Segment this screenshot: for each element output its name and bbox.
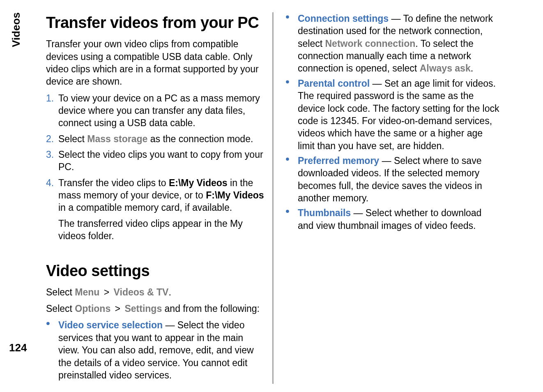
step-number: 1. [46,92,58,129]
bullet-text: Thumbnails — Select whether to download … [298,207,500,232]
bullet-text: Preferred memory — Select where to save … [298,154,500,204]
settings-bullets-right: • Connection settings — To define the ne… [285,12,500,232]
heading-video-settings: Video settings [46,261,265,281]
list-item: • Thumbnails — Select whether to downloa… [285,207,500,232]
bullet-text: Connection settings — To define the netw… [298,12,500,75]
setting-label-preferred-memory: Preferred memory [298,155,379,166]
list-item: • Connection settings — To define the ne… [285,12,500,75]
step-number: 3. [46,148,58,173]
step-text: To view your device on a PC as a mass me… [58,92,265,129]
step-text: Select Mass storage as the connection mo… [58,133,265,145]
list-item: • Parental control — Set an age limit fo… [285,77,500,152]
ui-label-menu: Menu [75,287,99,297]
bullet-icon: • [285,207,298,232]
step-item: 1. To view your device on a PC as a mass… [46,92,265,129]
page-number: 124 [9,341,27,354]
step-text: Transfer the video clips to E:\My Videos… [58,177,265,242]
step-item: 3. Select the video clips you want to co… [46,148,265,173]
nav-path-1: Select Menu > Videos & TV. [46,286,265,298]
bullet-icon: • [285,12,298,75]
transfer-steps: 1. To view your device on a PC as a mass… [46,92,265,242]
bullet-icon: • [46,319,58,381]
bullet-icon: • [285,154,298,204]
bullet-text: Parental control — Set an age limit for … [298,77,500,152]
step-item: 4. Transfer the video clips to E:\My Vid… [46,177,265,242]
path-f: F:\My Videos [206,190,264,201]
setting-label-thumbnails: Thumbnails [298,208,351,218]
ui-label-videos-tv: Videos & TV [114,287,169,297]
intro-paragraph: Transfer your own video clips from compa… [46,38,265,88]
bullet-icon: • [285,77,298,152]
ui-label-options: Options [75,303,110,314]
side-tab-label: Videos [10,12,23,47]
step-number: 2. [46,133,58,145]
step-item: 2. Select Mass storage as the connection… [46,133,265,145]
step-number: 4. [46,177,58,242]
nav-path-2: Select Options > Settings and from the f… [46,302,265,315]
settings-bullets-left: • Video service selection — Select the v… [46,319,265,381]
heading-transfer: Transfer videos from your PC [46,12,265,33]
left-column: Transfer videos from your PC Transfer yo… [46,12,273,384]
setting-label-connection-settings: Connection settings [298,13,389,24]
ui-label-network-connection: Network connection [325,38,415,49]
step-text: Select the video clips you want to copy … [58,148,265,173]
ui-label-settings: Settings [124,303,162,314]
page-content: Transfer videos from your PC Transfer yo… [46,12,520,384]
bullet-text: Video service selection — Select the vid… [58,319,265,381]
ui-label-always-ask: Always ask [420,63,471,74]
setting-label-parental-control: Parental control [298,78,370,89]
setting-label-video-service-selection: Video service selection [58,320,163,330]
right-column: • Connection settings — To define the ne… [273,12,500,384]
ui-label-mass-storage: Mass storage [87,134,147,144]
list-item: • Preferred memory — Select where to sav… [285,154,500,204]
path-e: E:\My Videos [169,178,228,188]
list-item: • Video service selection — Select the v… [46,319,265,381]
step-sub-paragraph: The transferred video clips appear in th… [58,217,265,242]
